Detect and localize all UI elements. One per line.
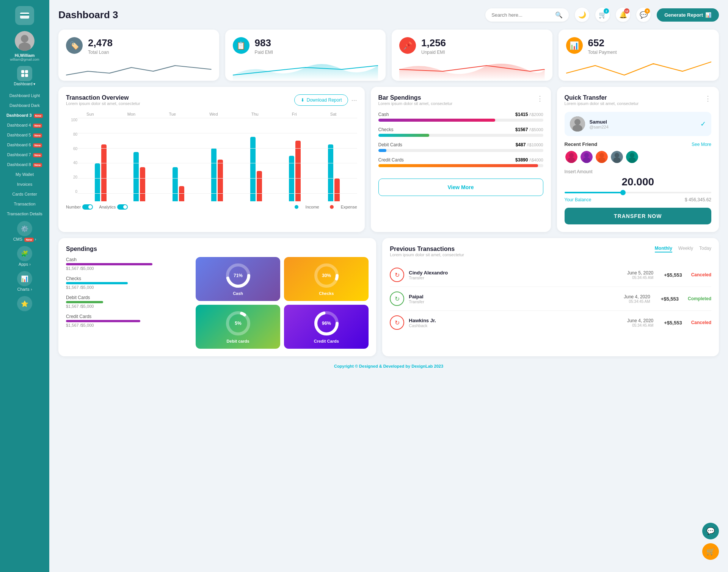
friend-avatar-4[interactable] (610, 150, 624, 164)
quick-transfer-col: Quick Transfer Lorem ipsum dolor sit ame… (557, 87, 719, 232)
bar-chart-bars (81, 125, 353, 201)
download-report-btn[interactable]: ⬇ Download Report (294, 94, 348, 106)
search-box[interactable]: 🔍 (485, 8, 569, 22)
prev-trans-subtitle: Lorem ipsum dolor sit amet, consectetur (390, 252, 464, 257)
search-input[interactable] (491, 12, 552, 18)
page-footer: Copyright © Designed & Developed by Dexi… (58, 364, 719, 372)
charts-icon[interactable]: 📊 (17, 271, 32, 286)
apps-label[interactable]: Apps › (19, 262, 31, 266)
transaction-overview-menu[interactable]: ··· (351, 96, 357, 104)
support-float-btn[interactable]: 💬 (702, 523, 719, 539)
donut-cards-grid: 71% Cash 30% Checks (196, 257, 369, 349)
paid-emi-label: Paid EMI (255, 50, 273, 55)
favorites-icon[interactable]: ⭐ (17, 296, 32, 311)
donut-card-debit: 5% Debit cards (196, 305, 280, 349)
donut-card-cash: 71% Cash (196, 257, 280, 301)
spending-item-credit: Credit Cards $3890 /\$4000 (378, 157, 543, 167)
chart-icon: 📊 (705, 12, 711, 18)
sidebar-item-dashboard-8[interactable]: Dashboard 8 New (0, 160, 49, 169)
trans-icon-paipal: ↻ (390, 291, 404, 306)
paid-emi-icon: 📋 (233, 37, 249, 54)
bottom-row: Spendings Cash $1,567 /$5,000 Checks $1,… (58, 238, 719, 356)
cart-float-btn[interactable]: 🛒 (702, 543, 719, 560)
amount-slider-thumb[interactable] (620, 190, 626, 195)
bar-spendings-menu[interactable]: ⋮ (537, 94, 543, 103)
bar-spendings-col: Bar Spendings Lorem ipsum dolor sit amet… (371, 87, 551, 232)
chat-btn[interactable]: 💬 5 (636, 8, 651, 22)
expense-legend-label: Expense (341, 205, 357, 209)
trans-icon-cindy: ↻ (390, 268, 404, 282)
trans-name-cindy: Cindy Alexandro (409, 270, 448, 276)
analytics-toggle[interactable] (117, 204, 128, 210)
svg-text:30%: 30% (322, 273, 331, 278)
svg-rect-8 (21, 74, 24, 77)
donut-cash-label: Cash (233, 291, 243, 296)
spendings-entry-credit: Credit Cards $1,567 /$5,000 (66, 314, 190, 328)
generate-report-btn[interactable]: Generate Report 📊 (657, 8, 719, 22)
trans-amount-paipal: +$5,553 (661, 296, 679, 302)
charts-label[interactable]: Charts › (17, 287, 32, 291)
sidebar-item-transaction-details[interactable]: Transaction Details (0, 209, 49, 219)
sidebar-item-dashboard-light[interactable]: Dashboard Light (0, 91, 49, 100)
bar-group-mon (133, 152, 145, 201)
notification-btn[interactable]: 🔔 12 (616, 8, 630, 22)
svg-point-23 (614, 153, 619, 157)
spending-item-cash: Cash $1415 /\$2000 (378, 112, 543, 122)
quick-transfer-menu[interactable]: ⋮ (704, 94, 711, 103)
svg-point-20 (599, 153, 604, 157)
unpaid-emi-number: 1,256 (421, 37, 446, 49)
sidebar-item-my-wallet[interactable]: My Wallet (0, 169, 49, 179)
sidebar-item-dashboard-6[interactable]: Dashboard 6 New (0, 140, 49, 150)
stat-cards-row: 🏷️ 2,478 Total Loan 📋 983 Paid EMI (58, 30, 719, 81)
friend-avatar-1[interactable] (565, 150, 578, 164)
sidebar-item-cards-center[interactable]: Cards Center (0, 189, 49, 199)
total-loan-icon: 🏷️ (66, 37, 83, 54)
transfer-now-btn[interactable]: TRANSFER NOW (565, 208, 712, 224)
spendings-list: Cash $1,567 /$5,000 Checks $1,567 /$5,00… (66, 257, 190, 349)
spending-item-checks: Checks $1567 /\$5000 (378, 127, 543, 137)
income-dot (295, 205, 298, 209)
sidebar-item-invoices[interactable]: Invoices (0, 179, 49, 189)
friend-avatar-2[interactable] (580, 150, 593, 164)
see-more-btn[interactable]: See More (692, 142, 711, 147)
balance-amount: $ 456,345.62 (685, 197, 711, 202)
trans-item-cindy: ↻ Cindy Alexandro Transfer June 5, 2020 … (390, 263, 711, 287)
sidebar-item-transaction[interactable]: Transaction (0, 199, 49, 209)
number-toggle[interactable] (82, 204, 93, 210)
sidebar-item-dashboard-dark[interactable]: Dashboard Dark (0, 100, 49, 110)
trans-amount-cindy: +$5,553 (664, 272, 682, 278)
svg-point-14 (569, 153, 573, 157)
theme-toggle-btn[interactable]: 🌙 (575, 8, 589, 22)
sidebar-item-dashboard-7[interactable]: Dashboard 7 New (0, 150, 49, 160)
cms-icon[interactable]: ⚙️ (17, 221, 32, 236)
friend-avatar-5[interactable] (625, 150, 639, 164)
sidebar-username: Hi,William (15, 53, 35, 58)
chart-legend: Number Analytics Income Expense (66, 204, 357, 210)
number-legend-label: Number (66, 205, 81, 209)
friend-avatar-3[interactable] (595, 150, 609, 164)
cart-btn[interactable]: 🛒 2 (595, 8, 610, 22)
transfer-user-row: Samuel @sam224 ✓ (565, 112, 712, 136)
credit-amount: $3890 (515, 157, 528, 163)
sidebar-item-dashboard-3[interactable]: Dashboard 3 New (0, 110, 49, 120)
sidebar-email: william@gmail.com (10, 58, 39, 61)
tab-weekly[interactable]: Weekly (678, 246, 693, 252)
bar-chart: 100 80 60 40 20 0 (66, 118, 357, 201)
trans-type-cindy: Transfer (409, 276, 448, 280)
spendings-bar-debit (66, 301, 103, 303)
tab-monthly[interactable]: Monthly (655, 246, 672, 252)
new-badge: New (33, 153, 42, 157)
debit-amount: $487 (516, 142, 526, 147)
trans-date-hawkins: June 4, 2020 05:34:45 AM (627, 318, 653, 328)
sidebar-logo[interactable] (15, 6, 34, 25)
view-more-btn[interactable]: View More (378, 179, 543, 196)
sidebar-item-dashboard-5[interactable]: Dashboard 5 New (0, 130, 49, 140)
checks-progress (378, 134, 543, 137)
dashboard-menu-label[interactable]: Dashboard ▾ (14, 82, 36, 86)
expense-dot (330, 205, 334, 209)
sidebar-item-dashboard-4[interactable]: Dashboard 4 New (0, 120, 49, 130)
apps-icon[interactable]: 🧩 (17, 246, 32, 261)
amount-slider-track (565, 192, 712, 193)
cms-label[interactable]: CMS New › (13, 237, 36, 241)
tab-today[interactable]: Today (699, 246, 711, 252)
